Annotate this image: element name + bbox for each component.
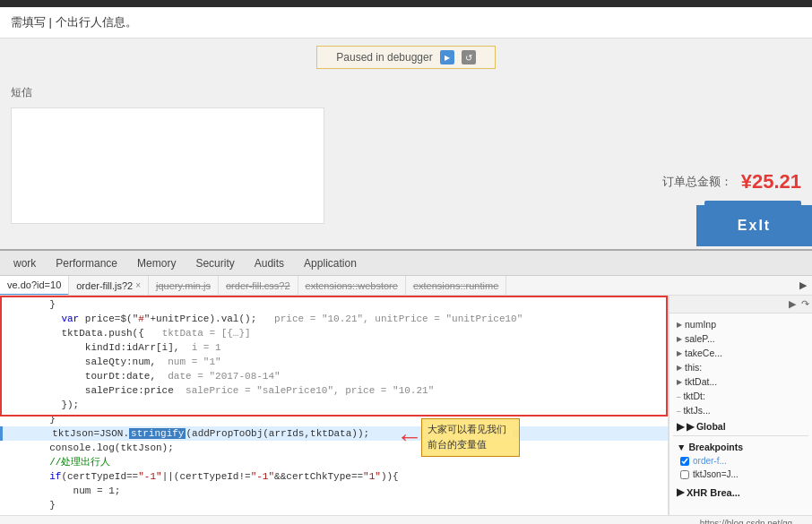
status-url: https://blog.csdn.net/qq_... xyxy=(700,519,805,524)
browser-top-bar xyxy=(0,0,812,7)
file-tab-ordercss[interactable]: order-fill.css?2 xyxy=(219,276,298,296)
exit-button[interactable]: ExIt xyxy=(696,205,812,246)
bottom-status-bar: https://blog.csdn.net/qq_... xyxy=(0,515,812,524)
code-line: if(certTypeId=="-1"||(certTypeId!="-1"&&… xyxy=(0,469,668,484)
scope-global-header[interactable]: ▶ ▶ Global xyxy=(677,419,805,434)
code-line: num = 1; xyxy=(0,484,668,498)
code-line: salePrice:price salePrice = "salePrice10… xyxy=(0,383,668,398)
step-over-button[interactable]: ↷ xyxy=(801,298,809,310)
code-line: var price=$("#"+unitPrice).val(); price … xyxy=(0,312,668,326)
file-tab-jquery[interactable]: jquery.min.js xyxy=(149,276,219,296)
annotation-arrow: ← xyxy=(402,423,418,453)
scope-this[interactable]: ▶ this: xyxy=(673,360,808,374)
scope-tktDat[interactable]: ▶ tktDat... xyxy=(673,374,808,389)
code-line: }); xyxy=(0,398,668,412)
xhr-breakpoints-header[interactable]: ▶ XHR Brea... xyxy=(677,485,805,500)
scope-global-group: ▶ ▶ Global xyxy=(673,417,808,435)
breakpoint-checkbox-2[interactable] xyxy=(680,470,689,479)
exit-button-label: ExIt xyxy=(738,218,771,234)
scope-tktDt[interactable]: – tktDt: xyxy=(673,389,808,403)
debugger-play-button[interactable] xyxy=(440,50,454,64)
code-line: tourDt:date, date = "2017-08-14" xyxy=(0,369,668,383)
breakpoint-item-1: order-f... xyxy=(677,454,805,468)
code-line: } xyxy=(0,297,668,312)
scope-takeCe[interactable]: ▶ takeCe... xyxy=(673,346,808,360)
scope-section: ▶ numInp ▶ saleP... ▶ takeCe... ▶ this: … xyxy=(669,314,812,507)
code-line-selected: tktJson=JSON.stringify(addPropToObj(arrI… xyxy=(0,426,668,441)
debugger-reload-button[interactable]: ↺ xyxy=(462,50,476,64)
breakpoint-item-2: tktJson=J... xyxy=(677,468,805,481)
resume-button[interactable]: ▶ xyxy=(789,298,796,310)
sidebar-label: 短信 xyxy=(11,83,324,102)
code-line: tktData.push({ tktData = [{…}] xyxy=(0,326,668,340)
file-tabs-scroll-right[interactable]: ▶ xyxy=(794,278,812,293)
file-tabs: ve.do?id=10 order-fill.js?2 × jquery.min… xyxy=(0,276,812,296)
tab-memory[interactable]: Memory xyxy=(128,253,185,273)
debugger-text: Paused in debugger xyxy=(336,51,432,64)
code-line: kindId:idArr[i], i = 1 xyxy=(0,340,668,355)
devtools-panel: work Performance Memory Security Audits … xyxy=(0,249,812,524)
breakpoints-section: ▼ Breakpoints order-f... tktJson=J... ▶ … xyxy=(673,435,808,503)
right-panel-toolbar: ▶ ↷ xyxy=(669,296,812,314)
page-content: 需填写 | 个出行人信息。 Paused in debugger ↺ 短信 订单… xyxy=(0,7,812,249)
order-total: 订单总金额： ¥25.21 xyxy=(662,170,801,193)
content-area: 短信 订单总金额： ¥25.21 去支付 xyxy=(0,76,812,249)
content-white-box xyxy=(11,107,324,224)
devtools-tabs: work Performance Memory Security Audits … xyxy=(0,251,812,276)
code-line: //处理出行人 xyxy=(0,455,668,469)
file-tab-runtime[interactable]: extensions::runtime xyxy=(406,276,506,296)
code-line: for(var i=1; i<=num; i++){ xyxy=(0,512,668,515)
right-panel: ▶ ↷ ▶ numInp ▶ saleP... ▶ takeCe... ▶ xyxy=(669,296,812,515)
scope-saleP[interactable]: ▶ saleP... xyxy=(673,331,808,346)
code-line: console.log(tktJson); xyxy=(0,441,668,455)
order-total-label: 订单总金额： xyxy=(662,174,732,190)
tab-work[interactable]: work xyxy=(4,253,45,273)
code-editor: } var price=$("#"+unitPrice).val(); pric… xyxy=(0,296,669,515)
annotation-text: 大家可以看见我们前台的变量值 xyxy=(428,425,506,451)
annotation-bubble: 大家可以看见我们前台的变量值 xyxy=(421,418,520,457)
debugger-bar: Paused in debugger ↺ xyxy=(316,46,496,69)
code-line: } xyxy=(0,412,668,426)
scope-numInp[interactable]: ▶ numInp xyxy=(673,317,808,331)
scope-tktJs[interactable]: – tktJs... xyxy=(673,403,808,417)
code-line: saleQty:num, num = "1" xyxy=(0,355,668,369)
page-header-text: 需填写 | 个出行人信息。 xyxy=(11,15,137,29)
tab-application[interactable]: Application xyxy=(295,253,366,273)
breakpoint-checkbox-1[interactable] xyxy=(680,457,689,466)
annotation-area: ← 大家可以看见我们前台的变量值 xyxy=(402,418,520,457)
order-total-amount: ¥25.21 xyxy=(741,170,801,193)
code-content: } var price=$("#"+unitPrice).val(); pric… xyxy=(0,296,668,515)
code-line: } xyxy=(0,498,668,512)
breakpoints-header[interactable]: ▼ Breakpoints xyxy=(677,440,805,454)
code-panel: } var price=$("#"+unitPrice).val(); pric… xyxy=(0,296,812,515)
tab-audits[interactable]: Audits xyxy=(246,253,293,273)
tab-performance[interactable]: Performance xyxy=(47,253,126,273)
file-tab-orderfill[interactable]: order-fill.js?2 × xyxy=(69,276,149,296)
file-tab-webstore[interactable]: extensions::webstore xyxy=(298,276,406,296)
tab-security[interactable]: Security xyxy=(186,253,243,273)
file-tab-ve[interactable]: ve.do?id=10 xyxy=(0,276,69,296)
page-header: 需填写 | 个出行人信息。 xyxy=(0,7,812,39)
